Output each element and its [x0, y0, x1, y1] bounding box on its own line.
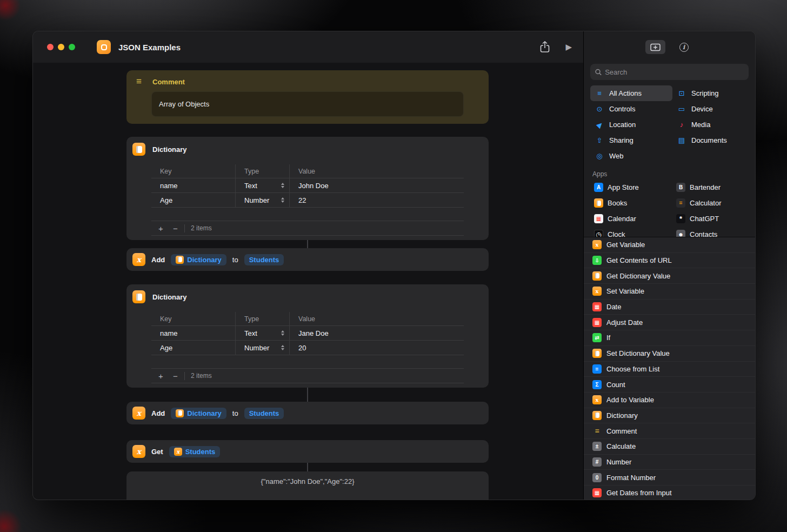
action-verb: Add — [151, 256, 165, 264]
table-row: name Text Jane Doe — [151, 326, 464, 341]
dictionary-table: Key Type Value name Text Jane Doe Age Nu… — [151, 312, 464, 383]
comment-title: Comment — [152, 78, 185, 86]
empty-row — [151, 208, 464, 221]
dictionary-icon — [592, 349, 602, 358]
app-item-chatgpt[interactable]: * ChatGPT — [672, 211, 751, 227]
action-item-get-dictionary-value[interactable]: Get Dictionary Value — [584, 268, 755, 284]
action-item-set-variable[interactable]: x Set Variable — [584, 284, 755, 300]
action-item-get-contents-of-url[interactable]: ⇩ Get Contents of URL — [584, 253, 755, 269]
category-item-scripting[interactable]: ⊡ Scripting — [672, 85, 751, 101]
category-item-documents[interactable]: ▤ Documents — [672, 132, 751, 148]
students-variable-token[interactable]: Students — [244, 254, 284, 265]
value-field[interactable]: Jane Doe — [290, 326, 464, 340]
action-item-count[interactable]: Σ Count — [584, 377, 755, 393]
value-field[interactable]: 22 — [290, 193, 464, 207]
action-item-number[interactable]: # Number — [584, 455, 755, 470]
column-header-type: Type — [236, 164, 290, 178]
students-variable-token[interactable]: Students — [244, 408, 284, 419]
category-item-location[interactable]: ▶ Location — [590, 117, 672, 132]
value-field[interactable]: 20 — [290, 341, 464, 355]
variable-icon: x — [592, 240, 602, 249]
action-item-choose-from-list[interactable]: ≡ Choose from List — [584, 362, 755, 377]
action-item-dictionary[interactable]: Dictionary — [584, 408, 755, 424]
info-button[interactable]: i — [674, 40, 694, 54]
type-value: Number — [244, 196, 269, 204]
chatgpt-icon: * — [676, 214, 685, 223]
category-item-controls[interactable]: ⊙ Controls — [590, 101, 672, 117]
variable-icon: x — [592, 287, 602, 296]
app-item-calculator[interactable]: = Calculator — [672, 195, 751, 211]
number-icon: # — [592, 457, 602, 467]
category-item-all-actions[interactable]: ≡ All Actions — [590, 85, 672, 101]
type-stepper[interactable] — [281, 330, 284, 336]
close-button[interactable] — [47, 44, 54, 50]
remove-row-button[interactable]: − — [168, 224, 183, 233]
action-results-list: x Get Variable ⇩ Get Contents of URL Get… — [584, 237, 755, 500]
run-button[interactable]: ▶ — [565, 42, 572, 52]
action-item-adjust-date[interactable]: ▦ Adjust Date — [584, 315, 755, 330]
app-item-calendar[interactable]: ▦ Calendar — [590, 211, 672, 227]
dictionary-token[interactable]: Dictionary — [171, 408, 226, 419]
dictionary-icon — [132, 143, 145, 156]
action-item-if[interactable]: ⇄ If — [584, 330, 755, 346]
dictionary-token[interactable]: Dictionary — [171, 254, 226, 265]
variable-icon: x — [132, 253, 145, 266]
students-variable-token[interactable]: x Students — [169, 446, 221, 457]
app-item-books[interactable]: Books — [590, 195, 672, 211]
action-item-calculate[interactable]: ± Calculate — [584, 439, 755, 455]
flow-connector — [307, 463, 308, 471]
comment-lines-icon: ≡ — [132, 76, 145, 87]
add-row-button[interactable]: + — [154, 371, 168, 381]
app-item-app-store[interactable]: A App Store — [590, 179, 672, 195]
action-item-add-to-variable[interactable]: x Add to Variable — [584, 393, 755, 408]
variable-icon: x — [592, 395, 602, 404]
key-field[interactable]: name — [151, 178, 236, 192]
key-field[interactable]: name — [151, 326, 236, 340]
search-field[interactable] — [590, 64, 749, 80]
variable-icon: x — [132, 407, 145, 420]
action-verb: Add — [151, 409, 165, 417]
key-field[interactable]: Age — [151, 341, 236, 355]
table-row: Age Number 20 — [151, 341, 464, 355]
comment-text-field[interactable]: Array of Objects — [151, 91, 464, 117]
action-library-button[interactable] — [645, 40, 665, 54]
action-item-format-number[interactable]: 0 Format Number — [584, 470, 755, 486]
download-icon: ⇩ — [592, 256, 602, 265]
variable-icon: x — [132, 445, 145, 458]
category-item-device[interactable]: ▭ Device — [672, 101, 751, 117]
category-item-web[interactable]: ◎ Web — [590, 148, 672, 164]
result-preview: {"name":"John Doe","Age":22} — [126, 471, 489, 500]
action-library-sidebar: i ≡ All Actions ⊙ Controls ▶ Location — [583, 31, 755, 500]
action-item-comment[interactable]: ≡ Comment — [584, 423, 755, 439]
dictionary-title: Dictionary — [152, 145, 187, 154]
category-item-media[interactable]: ♪ Media — [672, 117, 751, 132]
documents-icon: ▤ — [676, 136, 687, 144]
action-item-get-variable[interactable]: x Get Variable — [584, 237, 755, 253]
key-field[interactable]: Age — [151, 193, 236, 207]
action-item-set-dictionary-value[interactable]: Set Dictionary Value — [584, 346, 755, 362]
minimize-button[interactable] — [58, 44, 64, 50]
category-item-sharing[interactable]: ⇧ Sharing — [590, 132, 672, 148]
adjust-date-icon: ▦ — [592, 318, 602, 327]
add-row-button[interactable]: + — [154, 224, 168, 233]
type-stepper[interactable] — [281, 183, 284, 188]
web-compass-icon: ◎ — [594, 152, 605, 160]
preposition: to — [232, 256, 238, 264]
value-field[interactable]: John Doe — [290, 178, 464, 192]
type-stepper[interactable] — [281, 345, 284, 350]
type-stepper[interactable] — [281, 197, 284, 203]
library-add-icon — [650, 43, 661, 51]
table-header-row: Key Type Value — [151, 312, 464, 326]
action-item-date[interactable]: ▦ Date — [584, 300, 755, 315]
dictionary-mini-icon — [176, 256, 184, 264]
remove-row-button[interactable]: − — [168, 371, 183, 381]
action-item-get-dates-from-input[interactable]: ▦ Get Dates from Input — [584, 486, 755, 500]
media-note-icon: ♪ — [676, 121, 687, 129]
app-item-bartender[interactable]: B Bartender — [672, 179, 751, 195]
share-button[interactable] — [539, 41, 550, 53]
zoom-button[interactable] — [69, 44, 75, 50]
search-input[interactable] — [605, 68, 744, 76]
dictionary-icon — [132, 290, 145, 303]
variable-mini-icon: x — [174, 448, 182, 456]
app-store-icon: A — [594, 183, 603, 192]
